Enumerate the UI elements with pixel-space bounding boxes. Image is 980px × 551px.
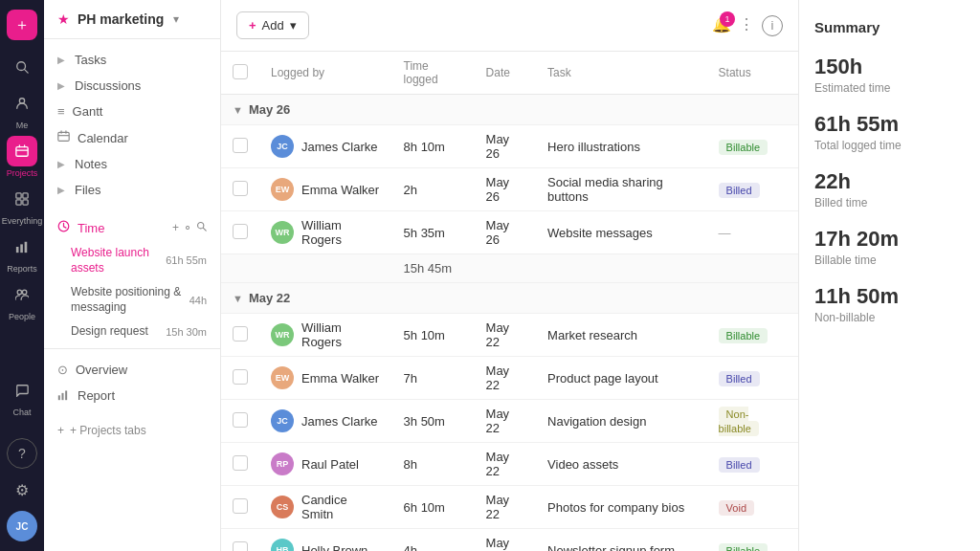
sidebar-item-report[interactable]: Report — [44, 383, 220, 409]
search-icon[interactable] — [7, 52, 37, 82]
group-header-row[interactable]: ▼May 22 — [221, 283, 798, 314]
svg-rect-7 — [23, 200, 28, 205]
svg-rect-10 — [25, 242, 28, 253]
summary-value: 61h 55m — [814, 112, 965, 137]
add-projects-tabs[interactable]: + + Projects tabs — [44, 417, 220, 444]
info-icon[interactable]: i — [762, 15, 783, 36]
gantt-icon: ≡ — [57, 104, 65, 119]
project-header[interactable]: ★ PH marketing ▾ — [44, 0, 220, 39]
sidebar-item-reports[interactable]: Reports — [7, 231, 37, 274]
row-date: May 26 — [475, 125, 537, 168]
sidebar-item-calendar[interactable]: Calendar — [44, 124, 220, 151]
summary-item-billed: 22h Billed time — [814, 169, 965, 209]
settings-icon[interactable]: ⚙ — [7, 474, 37, 505]
sidebar-item-time[interactable]: Time + ⚬ — [44, 214, 220, 241]
row-task: Social media sharing buttons — [536, 168, 707, 211]
time-item-design-request[interactable]: Design request 15h 30m — [44, 320, 220, 344]
add-button[interactable]: + Add ▾ — [236, 11, 309, 39]
row-checkbox[interactable] — [221, 314, 259, 357]
row-time: 5h 10m — [392, 314, 475, 357]
time-item-website-launch[interactable]: Website launch assets 61h 55m — [44, 241, 220, 280]
status-badge: Billed — [719, 371, 760, 386]
time-item-hours: 61h 55m — [166, 253, 207, 267]
summary-label: Total logged time — [814, 139, 965, 152]
expand-arrow-icon: ▶ — [57, 159, 65, 169]
chat-icon[interactable] — [7, 375, 37, 406]
overview-icon: ⊙ — [57, 363, 68, 377]
svg-rect-6 — [16, 200, 21, 205]
plus-icon: + — [249, 18, 256, 33]
sidebar-item-overview[interactable]: ⊙ Overview — [44, 357, 220, 383]
row-time: 8h 10m — [392, 125, 475, 168]
row-checkbox[interactable] — [221, 168, 259, 211]
me-icon[interactable] — [7, 88, 37, 119]
sidebar-item-gantt[interactable]: ≡ Gantt — [44, 99, 220, 124]
row-status: Non-billable — [707, 400, 798, 443]
row-checkbox[interactable] — [221, 125, 259, 168]
sidebar-item-help[interactable]: ? — [7, 438, 37, 469]
row-checkbox[interactable] — [221, 529, 259, 552]
sidebar-item-people[interactable]: People — [7, 279, 37, 321]
row-checkbox[interactable] — [221, 211, 259, 254]
svg-rect-17 — [58, 395, 60, 400]
sidebar-item-discussions[interactable]: ▶ Discussions — [44, 73, 220, 99]
help-icon[interactable]: ? — [7, 438, 37, 469]
search-time-icon[interactable] — [196, 221, 207, 234]
projects-icon[interactable] — [7, 136, 37, 166]
main-toolbar: + Add ▾ 🔔 1 ⋮ i — [221, 0, 798, 52]
row-checkbox[interactable] — [221, 357, 259, 400]
people-icon[interactable] — [7, 279, 37, 310]
row-task: Hero illustrations — [536, 125, 707, 168]
row-time: 6h 10m — [392, 486, 475, 529]
everything-icon[interactable] — [7, 184, 37, 214]
add-time-icon[interactable]: + — [172, 221, 179, 234]
sidebar-item-add[interactable]: ＋ — [7, 10, 37, 46]
add-icon[interactable]: ＋ — [7, 10, 37, 40]
summary-label: Billable time — [814, 253, 965, 267]
row-date: May 22 — [475, 314, 537, 357]
sidebar-item-notes[interactable]: ▶ Notes — [44, 151, 220, 177]
row-checkbox[interactable] — [221, 443, 259, 486]
row-time: 2h — [392, 168, 475, 211]
col-checkbox[interactable] — [221, 52, 259, 95]
user-name: Emma Walker — [301, 183, 379, 197]
svg-rect-13 — [58, 132, 69, 141]
row-status: Billable — [707, 529, 798, 552]
summary-title: Summary — [814, 19, 965, 35]
row-status: Billed — [707, 168, 798, 211]
row-checkbox[interactable] — [221, 486, 259, 529]
row-task: Market research — [536, 314, 707, 357]
row-user: JC James Clarke — [259, 400, 392, 443]
user-avatar-icon[interactable]: JC — [7, 511, 37, 541]
sidebar-item-files[interactable]: ▶ Files — [44, 177, 220, 203]
svg-rect-3 — [16, 147, 28, 157]
notification-badge: 1 — [720, 11, 735, 27]
svg-line-16 — [203, 228, 206, 231]
sidebar-item-avatar[interactable]: JC — [7, 511, 37, 541]
filter-icon[interactable]: ⚬ — [183, 221, 192, 234]
group-header-row[interactable]: ▼May 26 — [221, 95, 798, 125]
time-item-website-positioning[interactable]: Website positioning & messaging 44h — [44, 280, 220, 320]
row-checkbox[interactable] — [221, 400, 259, 443]
col-task: Task — [536, 52, 707, 95]
table-row: EW Emma Walker 7h May 22 Product page la… — [221, 357, 798, 400]
sidebar-item-settings[interactable]: ⚙ — [7, 474, 37, 505]
people-label: People — [9, 312, 35, 321]
row-status: Billed — [707, 443, 798, 486]
row-date: May 22 — [475, 443, 537, 486]
sidebar-item-search[interactable] — [7, 52, 37, 82]
sidebar-item-projects[interactable]: Projects — [7, 136, 38, 178]
svg-point-11 — [17, 290, 21, 294]
user-name: Holly Brown — [301, 543, 368, 552]
reports-icon[interactable] — [7, 231, 37, 262]
sidebar-item-me[interactable]: Me — [7, 88, 37, 130]
projects-label: Projects — [7, 168, 38, 178]
sidebar-item-chat[interactable]: Chat — [7, 375, 37, 417]
more-options-icon[interactable]: ⋮ — [739, 15, 754, 36]
row-user: JC James Clarke — [259, 125, 392, 168]
row-user: RP Raul Patel — [259, 443, 392, 486]
svg-rect-4 — [16, 193, 21, 198]
svg-point-2 — [19, 99, 24, 103]
sidebar-item-everything[interactable]: Everything — [2, 184, 43, 226]
sidebar-item-tasks[interactable]: ▶ Tasks — [44, 47, 220, 73]
